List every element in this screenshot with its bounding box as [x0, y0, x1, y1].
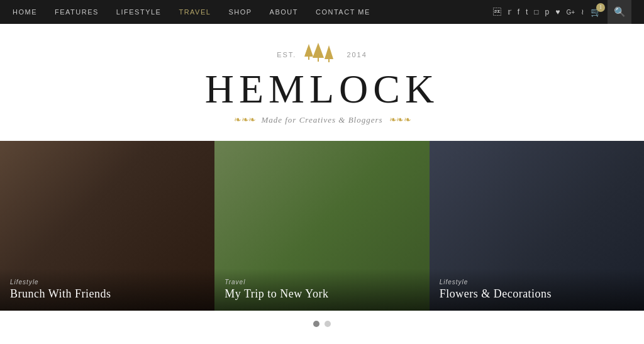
main-navigation: HOME FEATURES LIFESTYLE TRAVEL SHOP ABOU…	[0, 0, 644, 24]
svg-marker-4	[325, 45, 333, 59]
ornament-left: ❧ ❧ ❧	[234, 114, 255, 125]
logo-top: EST. 2014	[277, 43, 367, 67]
ornament-right: ❧ ❧ ❧	[389, 114, 410, 125]
image-slider: Lifestyle Brunch With Friends	[0, 141, 644, 311]
svg-line-37	[568, 141, 587, 172]
search-button[interactable]: 🔍	[608, 0, 631, 24]
svg-point-24	[280, 237, 293, 252]
dot-2[interactable]	[325, 321, 331, 327]
twitter-icon[interactable]: 𝕣	[508, 7, 511, 17]
svg-point-10	[97, 236, 154, 272]
svg-point-16	[214, 147, 277, 210]
social-icons:  𝕣 f t □ p ♥ G+ ≀ 🛒 1 🔍	[493, 0, 631, 24]
facebook-icon[interactable]: f	[518, 8, 519, 16]
nav-lifestyle[interactable]: LIFESTYLE	[116, 8, 162, 16]
logo-title: HEMLOCK	[205, 69, 439, 109]
rss-icon[interactable]: ≀	[581, 8, 584, 17]
svg-point-13	[82, 141, 119, 229]
nav-travel[interactable]: TRAVEL	[179, 8, 211, 16]
heart-icon[interactable]: ♥	[555, 8, 560, 17]
logo-tagline-text: Made for Creatives & Bloggers	[261, 115, 382, 125]
nav-links: HOME FEATURES LIFESTYLE TRAVEL SHOP ABOU…	[13, 8, 370, 16]
svg-line-36	[587, 153, 625, 169]
logo-tagline: ❧ ❧ ❧ Made for Creatives & Bloggers ❧ ❧ …	[234, 114, 409, 125]
pinterest-icon[interactable]: p	[545, 8, 550, 16]
dot-1[interactable]	[313, 321, 319, 327]
slide-park[interactable]: Travel My Trip to New York	[214, 141, 429, 311]
slide-overlay-food: Lifestyle Brunch With Friends	[0, 269, 214, 311]
svg-point-33	[562, 175, 612, 232]
slide-category-decor: Lifestyle	[440, 279, 634, 286]
svg-point-14	[88, 141, 113, 169]
slide-title-decor: Flowers & Decorations	[440, 287, 634, 301]
nav-shop[interactable]: SHOP	[228, 8, 252, 16]
svg-rect-12	[145, 223, 158, 257]
logo-trees-icon	[303, 43, 340, 67]
slide-food[interactable]: Lifestyle Brunch With Friends	[0, 141, 214, 311]
slide-overlay-park: Travel My Trip to New York	[214, 269, 429, 311]
svg-marker-2	[313, 43, 324, 58]
instagram-icon[interactable]: □	[534, 8, 538, 16]
twitter-icon[interactable]: t	[526, 8, 528, 16]
logo-year: 2014	[347, 51, 367, 58]
nav-features[interactable]: FEATURES	[55, 8, 99, 16]
svg-line-35	[587, 141, 606, 175]
svg-rect-1	[308, 57, 309, 60]
slide-title-park: My Trip to New York	[225, 287, 419, 301]
section-label-area: LIFESTYLE	[0, 337, 644, 344]
svg-rect-11	[57, 229, 94, 254]
nav-about[interactable]: ABOUT	[270, 8, 298, 16]
facebook-icon[interactable]: 	[493, 7, 501, 17]
svg-line-38	[543, 147, 587, 166]
svg-point-22	[321, 233, 340, 256]
cart-icon[interactable]: 🛒 1	[591, 7, 601, 18]
gplus-icon[interactable]: G+	[566, 9, 575, 16]
svg-point-9	[41, 219, 110, 264]
nav-home[interactable]: HOME	[13, 8, 37, 16]
svg-point-18	[356, 141, 425, 207]
nav-contact[interactable]: CONTACT ME	[316, 8, 370, 16]
svg-point-17	[271, 141, 347, 204]
slide-category-food: Lifestyle	[10, 279, 204, 286]
slide-category-park: Travel	[225, 279, 419, 286]
slider-dots	[0, 311, 644, 337]
svg-point-23	[265, 234, 277, 252]
logo-est: EST.	[277, 51, 296, 58]
svg-rect-3	[318, 58, 319, 62]
slide-decor[interactable]: Lifestyle Flowers & Decorations	[430, 141, 644, 311]
slide-overlay-decor: Lifestyle Flowers & Decorations	[430, 269, 644, 311]
search-icon: 🔍	[614, 6, 626, 18]
svg-rect-5	[328, 59, 330, 62]
logo-area: EST. 2014 HEMLOCK ❧ ❧ ❧ Made for Creativ…	[0, 24, 644, 141]
slide-title-food: Brunch With Friends	[10, 287, 204, 301]
svg-rect-20	[265, 248, 296, 253]
svg-point-34	[560, 170, 613, 185]
cart-badge: 1	[596, 3, 605, 12]
